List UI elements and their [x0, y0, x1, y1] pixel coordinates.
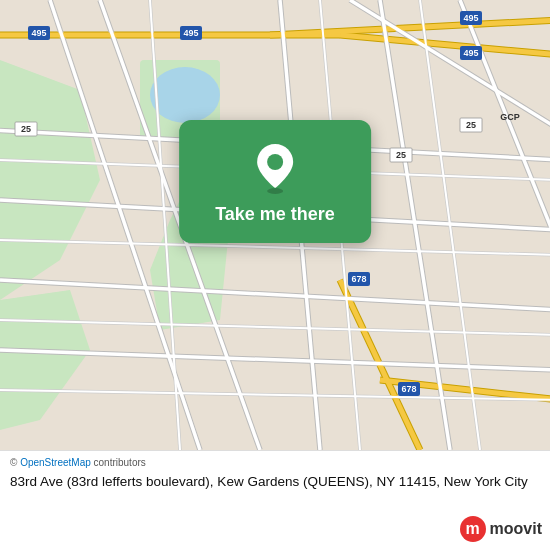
svg-text:495: 495: [463, 13, 478, 23]
map-view[interactable]: 495 495 495 495 678 678 25 25 GCP 25: [0, 0, 550, 450]
address-text: 83rd Ave (83rd lefferts boulevard), Kew …: [10, 472, 540, 492]
app-container: 495 495 495 495 678 678 25 25 GCP 25: [0, 0, 550, 550]
osm-link[interactable]: OpenStreetMap: [20, 457, 91, 468]
svg-text:495: 495: [31, 28, 46, 38]
svg-text:678: 678: [351, 274, 366, 284]
svg-text:495: 495: [463, 48, 478, 58]
moovit-wordmark: moovit: [490, 520, 542, 538]
svg-point-69: [267, 188, 283, 194]
osm-prefix: ©: [10, 457, 20, 468]
cta-card[interactable]: Take me there: [179, 120, 371, 243]
location-pin-icon: [253, 142, 297, 194]
moovit-icon: m: [460, 516, 486, 542]
svg-text:25: 25: [396, 150, 406, 160]
moovit-logo: m moovit: [460, 516, 542, 542]
svg-text:678: 678: [401, 384, 416, 394]
svg-point-4: [150, 67, 220, 123]
osm-credit: © OpenStreetMap contributors: [10, 457, 540, 468]
svg-text:25: 25: [21, 124, 31, 134]
take-me-there-button[interactable]: Take me there: [215, 204, 335, 225]
svg-text:GCP: GCP: [500, 112, 520, 122]
svg-text:495: 495: [183, 28, 198, 38]
svg-text:25: 25: [466, 120, 476, 130]
osm-suffix: contributors: [91, 457, 146, 468]
svg-point-70: [267, 154, 283, 170]
